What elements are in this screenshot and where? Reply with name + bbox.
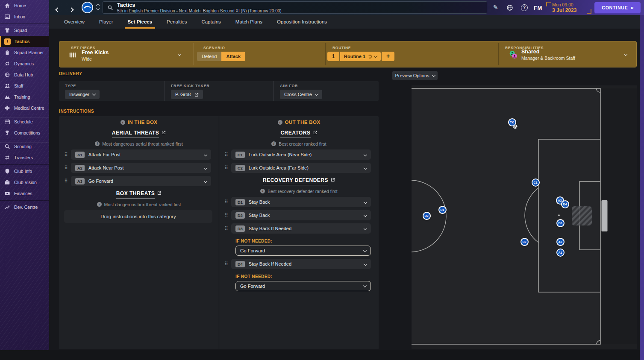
sidebar-item-club-info[interactable]: Club Info: [0, 166, 49, 177]
rank-badge: C2: [235, 165, 245, 171]
player-marker-d3[interactable]: D3: [556, 219, 565, 227]
forward-button[interactable]: [70, 6, 73, 13]
player-marker-tk[interactable]: TK: [508, 118, 516, 126]
drag-handle-icon[interactable]: ⠿: [64, 152, 68, 157]
tab-player[interactable]: Player: [92, 15, 121, 29]
instruction-dropdown[interactable]: D3 Stay Back If Needed: [231, 223, 371, 234]
drag-handle-icon[interactable]: ⠿: [224, 165, 228, 170]
routine-progress-icon: [368, 55, 372, 59]
player-marker-c2[interactable]: C2: [520, 238, 529, 246]
sidebar-item-dynamics[interactable]: Dynamics: [0, 58, 49, 69]
drag-handle-icon[interactable]: ⠿: [64, 179, 68, 184]
sidebar-item-scouting[interactable]: Scouting: [0, 141, 49, 152]
responsibilities-value: Shared: [521, 49, 539, 55]
sidebar-item-squad[interactable]: Squad: [0, 25, 49, 36]
drag-handle-icon[interactable]: ⠿: [224, 152, 228, 157]
aim-for-dropdown[interactable]: Cross Centre: [280, 90, 322, 99]
rank-badge: A2: [75, 165, 85, 171]
instruction-dropdown[interactable]: C1 Lurk Outside Area (Near Side): [231, 149, 371, 160]
creators-header[interactable]: CREATORS: [219, 130, 379, 138]
back-button[interactable]: [56, 6, 59, 13]
delivery-type-dropdown[interactable]: Inswinger: [65, 90, 100, 99]
player-marker-d1[interactable]: D1: [438, 206, 447, 214]
tab-set-pieces[interactable]: Set Pieces: [121, 15, 160, 29]
sidebar-item-label: Transfers: [14, 155, 33, 160]
chevron-down-icon: [363, 248, 367, 252]
player-marker-a1[interactable]: A1: [556, 249, 565, 257]
drag-handle-icon[interactable]: ⠿: [64, 165, 68, 170]
sidebar-item-finances[interactable]: Finances: [0, 188, 49, 199]
player-marker-a3[interactable]: A3: [556, 238, 565, 246]
sidebar-item-transfers[interactable]: Transfers: [0, 152, 49, 163]
team-switcher-stepper[interactable]: [97, 4, 99, 10]
tab-opposition-instructions[interactable]: Opposition Instructions: [270, 15, 334, 29]
chevron-down-icon: [363, 284, 367, 287]
tab-overview[interactable]: Overview: [57, 15, 92, 29]
aim-label: AIM FOR: [280, 84, 379, 88]
routine-number[interactable]: 1: [327, 52, 339, 61]
club-crest-icon[interactable]: [82, 2, 93, 13]
sidebar-item-tactics[interactable]: ! Tactics: [0, 36, 49, 47]
recovery-defenders-header[interactable]: RECOVERY DEFENDERS: [219, 177, 379, 186]
instruction-dropdown[interactable]: A1 Attack Far Post: [71, 149, 211, 160]
tab-match-plans[interactable]: Match Plans: [228, 15, 270, 29]
instruction-dropdown[interactable]: A3 Go Forward: [71, 176, 211, 186]
instruction-dropdown[interactable]: A2 Attack Near Post: [71, 163, 211, 173]
tab-captains[interactable]: Captains: [194, 15, 228, 29]
add-routine-button[interactable]: +: [382, 52, 394, 61]
sidebar-item-medical-centre[interactable]: Medical Centre: [0, 102, 49, 114]
instruction-dropdown[interactable]: D4 Stay Back If Needed: [231, 259, 371, 269]
set-piece-subtype: Wide: [82, 56, 92, 61]
chevron-down-icon: [204, 166, 207, 170]
box-threats-header[interactable]: BOX THREATS: [59, 190, 219, 199]
sidebar-item-competitions[interactable]: Competitions: [0, 127, 49, 138]
info-icon: i: [95, 141, 100, 146]
edit-pencil-icon[interactable]: ✎: [493, 4, 498, 11]
chevron-down-icon[interactable]: [178, 53, 181, 56]
sidebar-item-data-hub[interactable]: Data Hub: [0, 69, 49, 80]
chevron-down-icon: [364, 227, 367, 230]
drag-drop-zone[interactable]: Drag instructions into this category: [64, 210, 212, 223]
routine-dropdown[interactable]: Routine 1: [340, 52, 381, 61]
sidebar-item-squad-planner[interactable]: Squad Planner: [0, 47, 49, 58]
chevron-down-icon[interactable]: [624, 53, 627, 56]
sidebar-item-dev-centre[interactable]: Dev. Centre: [0, 202, 49, 213]
world-icon[interactable]: [506, 4, 513, 11]
sidebar-item-label: Dev. Centre: [14, 205, 38, 210]
instruction-dropdown[interactable]: C2 Lurk Outside Area (Far Side): [231, 163, 371, 173]
sidebar-item-club-vision[interactable]: Club Vision: [0, 177, 49, 188]
if-not-needed-dropdown[interactable]: Go Forward: [235, 246, 371, 256]
defend-option[interactable]: Defend: [197, 52, 221, 61]
instructions-section-label: INSTRUCTIONS: [59, 109, 94, 114]
sidebar-item-label: Medical Centre: [14, 105, 44, 111]
drag-handle-icon[interactable]: ⠿: [224, 261, 228, 266]
search-title-bar[interactable]: Tactics 5th in English Premier Division …: [103, 1, 487, 14]
aerial-threats-header[interactable]: AERIAL THREATS: [59, 130, 219, 138]
free-kick-taker-button[interactable]: P. Groß: [171, 90, 203, 99]
inbox-icon: [4, 14, 10, 20]
tab-penalties[interactable]: Penalties: [159, 15, 194, 29]
sidebar-item-inbox[interactable]: Inbox: [0, 11, 49, 22]
instruction-dropdown[interactable]: D2 Stay Back: [231, 210, 371, 220]
preview-options-button[interactable]: Preview Options: [392, 71, 438, 80]
player-marker-c1[interactable]: C1: [532, 179, 540, 187]
attack-option[interactable]: Attack: [221, 52, 245, 61]
drag-handle-icon[interactable]: ⠿: [224, 226, 228, 231]
sidebar-item-staff[interactable]: Staff: [0, 80, 49, 91]
instruction-row-a2: ⠿ A2 Attack Near Post: [64, 163, 211, 173]
sidebar-item-training[interactable]: Training: [0, 91, 49, 102]
drag-handle-icon[interactable]: ⠿: [224, 213, 228, 218]
player-marker-d4[interactable]: D4: [561, 200, 569, 208]
help-icon[interactable]: ?: [521, 4, 528, 11]
sidebar-item-schedule[interactable]: Schedule: [0, 116, 49, 127]
instruction-dropdown[interactable]: D1 Stay Back: [231, 197, 371, 207]
globe-icon: [4, 72, 10, 78]
if-not-needed-dropdown[interactable]: Go Forward: [235, 281, 371, 291]
player-marker-d2[interactable]: D2: [423, 212, 431, 220]
continue-button[interactable]: CONTINUE »: [594, 2, 641, 13]
sidebar-item-home[interactable]: Home: [0, 0, 49, 11]
info-icon: i: [97, 202, 102, 207]
chevron-down-icon: [432, 73, 435, 76]
responsibilities-detail: Manager & Backroom Staff: [521, 56, 575, 61]
drag-handle-icon[interactable]: ⠿: [224, 199, 228, 205]
